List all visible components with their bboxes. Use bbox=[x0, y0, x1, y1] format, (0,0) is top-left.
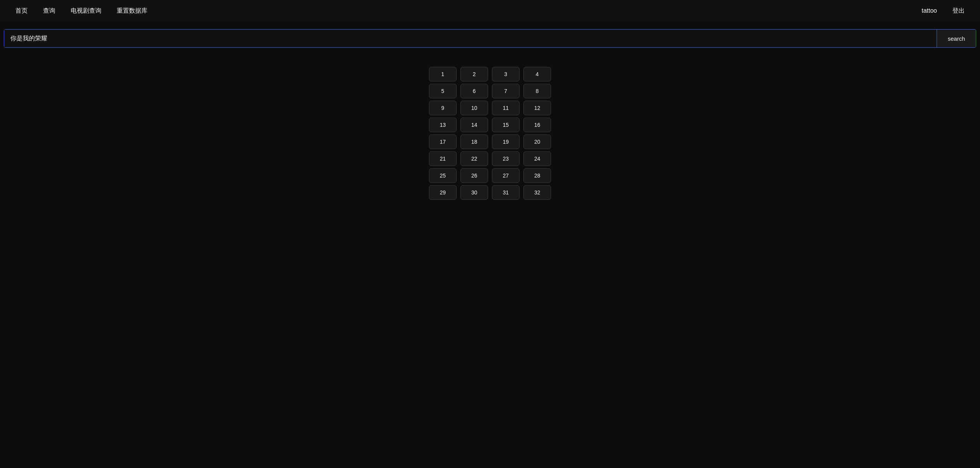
nav-item-reset-db[interactable]: 重置数据库 bbox=[117, 7, 147, 15]
episode-btn-4[interactable]: 4 bbox=[523, 67, 551, 81]
nav-item-home[interactable]: 首页 bbox=[15, 7, 28, 15]
episode-btn-16[interactable]: 16 bbox=[523, 118, 551, 132]
episode-btn-24[interactable]: 24 bbox=[523, 151, 551, 166]
episode-btn-30[interactable]: 30 bbox=[460, 185, 488, 200]
episode-btn-7[interactable]: 7 bbox=[492, 84, 520, 98]
nav-item-tv-query[interactable]: 电视剧查询 bbox=[71, 7, 101, 15]
episode-btn-26[interactable]: 26 bbox=[460, 168, 488, 183]
episode-btn-17[interactable]: 17 bbox=[429, 134, 457, 149]
episode-btn-25[interactable]: 25 bbox=[429, 168, 457, 183]
episode-btn-2[interactable]: 2 bbox=[460, 67, 488, 81]
episode-btn-19[interactable]: 19 bbox=[492, 134, 520, 149]
episode-btn-8[interactable]: 8 bbox=[523, 84, 551, 98]
episode-column-2: 37111519232731 bbox=[492, 67, 520, 200]
episode-btn-15[interactable]: 15 bbox=[492, 118, 520, 132]
nav-right: tattoo登出 bbox=[922, 7, 965, 15]
episode-btn-22[interactable]: 22 bbox=[460, 151, 488, 166]
episode-column-1: 26101418222630 bbox=[460, 67, 488, 200]
episode-btn-10[interactable]: 10 bbox=[460, 101, 488, 115]
episode-btn-9[interactable]: 9 bbox=[429, 101, 457, 115]
episode-btn-1[interactable]: 1 bbox=[429, 67, 457, 81]
nav-item-logout[interactable]: 登出 bbox=[952, 7, 965, 15]
episode-btn-20[interactable]: 20 bbox=[523, 134, 551, 149]
episodes-columns: 1591317212529261014182226303711151923273… bbox=[429, 67, 551, 200]
nav-item-query[interactable]: 查询 bbox=[43, 7, 55, 15]
episode-column-3: 48121620242832 bbox=[523, 67, 551, 200]
episode-btn-32[interactable]: 32 bbox=[523, 185, 551, 200]
episode-btn-31[interactable]: 31 bbox=[492, 185, 520, 200]
search-input[interactable] bbox=[4, 30, 937, 47]
episode-btn-21[interactable]: 21 bbox=[429, 151, 457, 166]
episode-btn-27[interactable]: 27 bbox=[492, 168, 520, 183]
search-bar-container: search bbox=[4, 29, 976, 48]
episode-btn-5[interactable]: 5 bbox=[429, 84, 457, 98]
episode-btn-11[interactable]: 11 bbox=[492, 101, 520, 115]
episode-column-0: 1591317212529 bbox=[429, 67, 457, 200]
search-button[interactable]: search bbox=[937, 30, 976, 47]
nav-left: 首页查询电视剧查询重置数据库 bbox=[15, 7, 922, 15]
episode-btn-23[interactable]: 23 bbox=[492, 151, 520, 166]
episodes-container: 1591317212529261014182226303711151923273… bbox=[0, 55, 980, 211]
episode-btn-13[interactable]: 13 bbox=[429, 118, 457, 132]
episode-btn-28[interactable]: 28 bbox=[523, 168, 551, 183]
episode-btn-18[interactable]: 18 bbox=[460, 134, 488, 149]
episode-btn-29[interactable]: 29 bbox=[429, 185, 457, 200]
episode-btn-3[interactable]: 3 bbox=[492, 67, 520, 81]
episode-btn-12[interactable]: 12 bbox=[523, 101, 551, 115]
episode-btn-6[interactable]: 6 bbox=[460, 84, 488, 98]
episode-btn-14[interactable]: 14 bbox=[460, 118, 488, 132]
nav-item-tattoo[interactable]: tattoo bbox=[922, 7, 937, 14]
navbar: 首页查询电视剧查询重置数据库 tattoo登出 bbox=[0, 0, 980, 22]
